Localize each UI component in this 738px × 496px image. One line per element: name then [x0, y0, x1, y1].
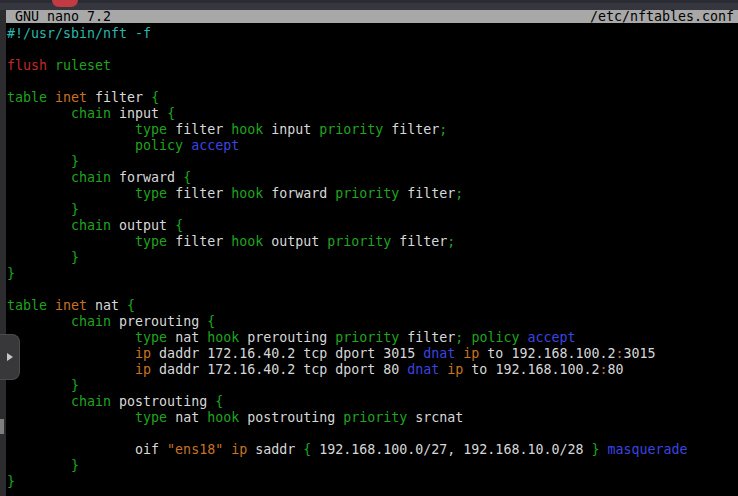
code-line: table inet nat { [7, 298, 731, 314]
code-line: } [7, 378, 731, 394]
code-line: table inet filter { [7, 90, 731, 106]
code-line: policy accept [7, 138, 731, 154]
code-line: chain output { [7, 218, 731, 234]
chevron-right-icon [7, 353, 13, 361]
code-line: chain postrouting { [7, 394, 731, 410]
code-line: type filter hook forward priority filter… [7, 186, 731, 202]
editor-area[interactable]: #!/usr/sbin/nft -fflush rulesettable ine… [7, 26, 731, 490]
code-line: type filter hook output priority filter; [7, 234, 731, 250]
clipped-red-tab-icon [52, 0, 78, 7]
sidebar-flyout-tab[interactable] [0, 334, 20, 380]
code-line: oif "ens18" ip saddr { 192.168.100.0/27,… [7, 442, 731, 458]
code-line: } [7, 266, 731, 282]
code-line: flush ruleset [7, 58, 731, 74]
code-line: } [7, 458, 731, 474]
code-line [7, 282, 731, 298]
app-version-label: GNU nano 7.2 [6, 10, 111, 23]
scrollbar-thumb[interactable] [0, 419, 4, 434]
code-line: } [7, 202, 731, 218]
code-line: type nat hook postrouting priority srcna… [7, 410, 731, 426]
code-line: } [7, 154, 731, 170]
code-line [7, 426, 731, 442]
nano-titlebar: GNU nano 7.2 /etc/nftables.conf [6, 10, 738, 23]
code-line: } [7, 474, 731, 490]
code-line: ip daddr 172.16.40.2 tcp dport 80 dnat i… [7, 362, 731, 378]
code-line: type nat hook prerouting priority filter… [7, 330, 731, 346]
file-path-label: /etc/nftables.conf [590, 10, 738, 23]
code-line: } [7, 250, 731, 266]
code-line: chain input { [7, 106, 731, 122]
code-line: chain forward { [7, 170, 731, 186]
code-line: chain prerouting { [7, 314, 731, 330]
code-line: type filter hook input priority filter; [7, 122, 731, 138]
code-line [7, 74, 731, 90]
code-line: ip daddr 172.16.40.2 tcp dport 3015 dnat… [7, 346, 731, 362]
code-line [7, 42, 731, 58]
code-line: #!/usr/sbin/nft -f [7, 26, 731, 42]
